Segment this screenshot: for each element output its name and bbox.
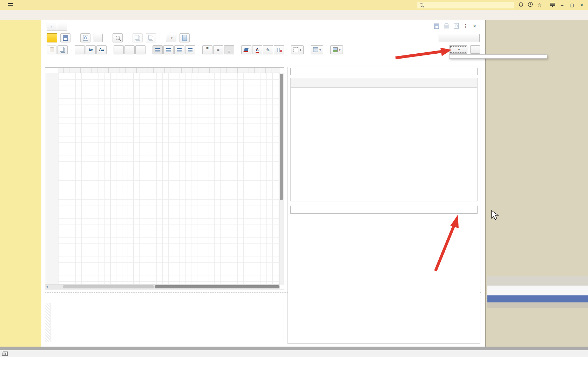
fields-panel — [288, 67, 480, 344]
sheet-cells[interactable] — [58, 73, 280, 285]
doc-view-button[interactable] — [180, 33, 190, 42]
headers-footers-button[interactable] — [94, 34, 103, 42]
font-smaller-button[interactable]: А▾ — [86, 45, 96, 54]
function-search-input[interactable] — [290, 206, 478, 214]
find-button[interactable] — [113, 33, 123, 42]
preview-button[interactable] — [80, 33, 90, 42]
nav-buttons: ← → — [47, 22, 67, 31]
calls-icon — [3, 352, 8, 356]
more-button[interactable]: ▾ — [449, 45, 467, 54]
selected-cell-text-area[interactable] — [45, 303, 284, 342]
copy-style-button[interactable] — [133, 33, 143, 42]
align-justify-button[interactable] — [185, 45, 195, 54]
horizontal-scroll-thumb[interactable] — [155, 285, 279, 288]
scroll-left-arrow[interactable]: ◂ — [46, 285, 48, 288]
window-edge — [485, 20, 486, 347]
font-button[interactable] — [75, 45, 85, 54]
background-window-fragment — [487, 302, 588, 308]
global-search-input[interactable] — [417, 2, 514, 8]
notifications-bell-icon[interactable] — [519, 2, 523, 8]
save-icon-button[interactable] — [434, 24, 439, 29]
fields-table-header — [291, 78, 477, 88]
save-button[interactable] — [60, 33, 70, 42]
available-fields-button[interactable] — [439, 34, 480, 42]
titlebar: ☆ ▾ – ▢ ✕ — [0, 0, 588, 10]
forward-button[interactable]: → — [57, 22, 67, 31]
paste-button[interactable] — [47, 45, 57, 54]
favorites-star-icon[interactable]: ☆ — [537, 2, 542, 8]
cells-dropdown[interactable]: ▾ — [311, 45, 323, 54]
language-dropdown[interactable]: ▾ — [166, 34, 176, 42]
align-right-button[interactable] — [174, 45, 184, 54]
horizontal-scrollbar[interactable]: ◂ — [45, 284, 280, 289]
background-window-fragment — [487, 276, 588, 286]
status-bar — [0, 350, 588, 357]
font-larger-button[interactable]: А▴ — [96, 45, 107, 54]
purpose-row — [47, 57, 49, 62]
template-spreadsheet[interactable]: ◂ — [45, 67, 284, 289]
bold-button[interactable] — [114, 45, 124, 54]
status-divider — [0, 347, 588, 350]
align-center-button[interactable] — [163, 45, 174, 54]
field-path-input[interactable] — [290, 68, 478, 75]
save-close-button[interactable] — [47, 33, 57, 42]
more-context-menu — [449, 54, 547, 59]
fields-table — [290, 78, 478, 201]
vertical-scrollbar[interactable] — [279, 73, 284, 285]
format-toolbar: А▾ А▴ = = = А ✎ ▾ ▾ — [47, 45, 348, 54]
help-button[interactable] — [470, 45, 480, 54]
align-left-button[interactable] — [153, 45, 163, 54]
fill-color-button[interactable] — [241, 45, 251, 54]
tab-bar — [0, 10, 588, 20]
background-window-fragment — [487, 295, 588, 302]
search-icon — [420, 3, 423, 7]
font-color-button[interactable]: А — [252, 45, 262, 54]
background-window-fragment — [487, 286, 588, 295]
clear-borders-button[interactable] — [274, 45, 284, 54]
valign-bottom-button[interactable]: = — [224, 45, 234, 54]
copy-button[interactable] — [58, 45, 68, 54]
italic-button[interactable] — [124, 45, 135, 54]
service-menu-icon[interactable]: ▾ — [550, 3, 555, 7]
textarea-gutter — [45, 303, 50, 342]
column-headers[interactable] — [58, 68, 280, 73]
hamburger-menu-icon[interactable] — [8, 3, 13, 7]
borders-dropdown[interactable]: ▾ — [291, 45, 304, 54]
form-window-icons: ⋮ ✕ — [434, 23, 477, 29]
kebab-menu-button[interactable]: ⋮ — [463, 23, 468, 29]
valign-top-button[interactable]: = — [202, 45, 212, 54]
sidebar — [0, 20, 41, 347]
valign-middle-button[interactable]: = — [213, 45, 223, 54]
underline-button[interactable] — [135, 45, 146, 54]
minimize-button[interactable]: – — [559, 2, 565, 8]
close-form-button[interactable]: ✕ — [473, 24, 477, 29]
close-window-button[interactable]: ✕ — [579, 2, 584, 8]
row-headers[interactable] — [45, 73, 59, 285]
image-dropdown[interactable]: ▾ — [330, 45, 343, 54]
vertical-scroll-thumb[interactable] — [280, 74, 283, 200]
maximize-button[interactable]: ▢ — [569, 2, 575, 8]
pen-button[interactable]: ✎ — [263, 45, 273, 54]
copy-style2-button[interactable] — [146, 33, 156, 42]
app-window: ☆ ▾ – ▢ ✕ ← → ⋮ ✕ ▾ — [0, 0, 588, 381]
back-button[interactable]: ← — [47, 22, 57, 31]
main-toolbar: ▾ — [47, 33, 190, 42]
preview-icon-button[interactable] — [454, 23, 459, 29]
print-icon-button[interactable] — [444, 25, 449, 28]
horizontal-scroll-track[interactable] — [63, 285, 154, 288]
history-icon[interactable] — [528, 2, 533, 8]
